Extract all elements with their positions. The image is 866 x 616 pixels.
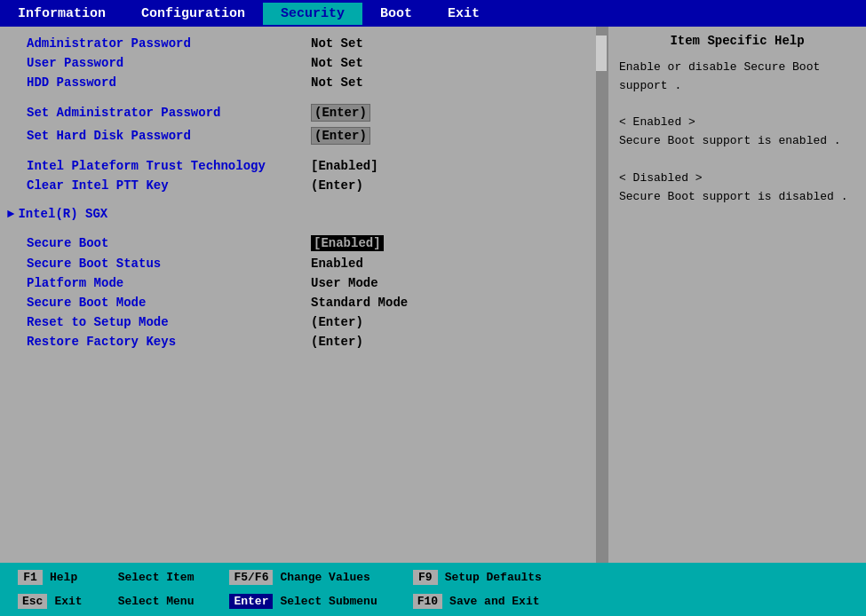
row-hdd-password[interactable]: HDD Password Not Set [0,73,607,92]
row-administrator-password[interactable]: Administrator Password Not Set [0,34,607,53]
status-f1: F1 Help [11,568,90,587]
select-item-label: Select Item [118,571,195,584]
status-col-1: F1 Help Esc Exit [0,563,100,616]
menu-item-boot[interactable]: Boot [362,3,430,25]
status-select-menu: Select Menu [111,593,202,610]
spacer-3 [0,195,607,204]
enter-key: Enter [229,594,273,609]
f10-key: F10 [413,594,442,609]
row-clear-intel-ptt[interactable]: Clear Intel PTT Key (Enter) [0,176,607,195]
status-col-2: Select Item Select Menu [100,563,212,616]
row-intel-ptt[interactable]: Intel Plateform Trust Technology [Enable… [0,156,607,176]
spacer-2 [0,147,607,156]
f5f6-label: Change Values [280,571,369,584]
status-enter: Enter Select Submenu [222,592,384,611]
f9-key: F9 [413,570,438,585]
status-f10: F10 Save and Exit [406,592,549,611]
status-select-item: Select Item [111,569,202,586]
spacer-4 [0,224,607,233]
main-content: Administrator Password Not Set User Pass… [0,27,866,563]
status-esc: Esc Exit [11,592,90,611]
menu-item-exit[interactable]: Exit [430,3,497,25]
menu-item-information[interactable]: Information [0,3,123,25]
status-f9: F9 Setup Defaults [406,568,549,587]
f5f6-key: F5/F6 [229,570,273,585]
scroll-thumb[interactable] [596,36,607,71]
status-f5f6: F5/F6 Change Values [222,568,384,587]
spacer-1 [0,92,607,101]
esc-label: Exit [54,595,82,608]
enter-label: Select Submenu [280,595,377,608]
menu-item-security[interactable]: Security [263,3,362,25]
scrollbar[interactable] [596,27,607,563]
row-secure-boot-mode[interactable]: Secure Boot Mode Standard Mode [0,293,607,312]
f10-label: Save and Exit [449,595,539,608]
row-secure-boot-status[interactable]: Secure Boot Status Enabled [0,254,607,273]
row-restore-factory-keys[interactable]: Restore Factory Keys (Enter) [0,332,607,351]
status-col-4: F9 Setup Defaults F10 Save and Exit [395,563,560,616]
menu-bar: Information Configuration Security Boot … [0,0,866,27]
status-bar: F1 Help Esc Exit Select Item Select Menu… [0,563,866,616]
menu-item-configuration[interactable]: Configuration [123,3,263,25]
row-intel-sgx[interactable]: ► Intel(R) SGX [0,204,607,224]
status-col-3: F5/F6 Change Values Enter Select Submenu [211,563,394,616]
row-platform-mode[interactable]: Platform Mode User Mode [0,273,607,293]
arrow-icon: ► [7,207,14,221]
select-menu-label: Select Menu [118,595,195,608]
row-secure-boot[interactable]: Secure Boot [Enabled] [0,233,607,254]
help-title: Item Specific Help [619,34,855,48]
right-panel: Item Specific Help Enable or disable Sec… [608,27,866,563]
row-reset-setup-mode[interactable]: Reset to Setup Mode (Enter) [0,312,607,332]
esc-key: Esc [18,594,47,609]
f1-key: F1 [18,570,43,585]
row-user-password[interactable]: User Password Not Set [0,53,607,73]
row-set-hdd-password[interactable]: Set Hard Disk Password (Enter) [0,124,607,147]
left-panel: Administrator Password Not Set User Pass… [0,27,608,563]
row-set-admin-password[interactable]: Set Administrator Password (Enter) [0,101,607,124]
f1-label: Help [50,571,77,584]
f9-label: Setup Defaults [445,571,542,584]
help-text: Enable or disable Secure Boot support . … [619,59,855,206]
